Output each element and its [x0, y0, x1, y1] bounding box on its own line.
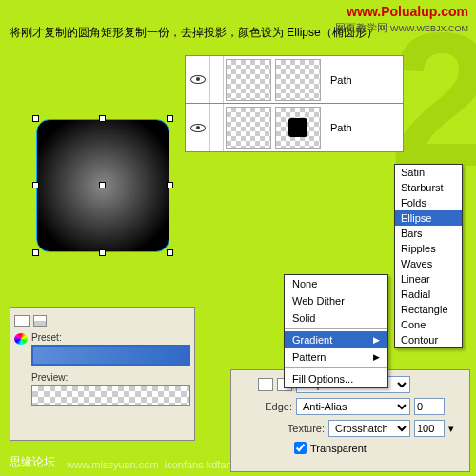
fill-context-menu: None Web Dither Solid Gradient▶ Pattern▶…	[284, 274, 388, 388]
resize-handle[interactable]	[167, 115, 173, 122]
gradient-type-menu: Satin Starburst Folds Ellipse Bars Rippl…	[394, 164, 463, 348]
edge-amount[interactable]	[414, 398, 445, 415]
color-wheel-icon[interactable]	[14, 333, 28, 345]
preview-strip	[31, 385, 190, 406]
layers-panel: Path Path	[185, 55, 404, 152]
watermark-url: www.Polualup.com	[347, 4, 468, 19]
layers-icon[interactable]	[33, 315, 47, 327]
layer-row[interactable]: Path	[186, 104, 403, 151]
menu-item-ellipse[interactable]: Ellipse	[395, 210, 462, 226]
menu-item-radial[interactable]: Radial	[395, 287, 462, 302]
lock-col[interactable]	[210, 56, 224, 103]
menu-item-linear[interactable]: Linear	[395, 271, 462, 287]
menu-item-ripples[interactable]: Ripples	[395, 241, 462, 256]
menu-separator	[285, 367, 387, 368]
menu-item-folds[interactable]: Folds	[395, 195, 462, 210]
layer-thumbnail[interactable]	[226, 59, 271, 101]
menu-item-rectangle[interactable]: Rectangle	[395, 302, 462, 317]
menu-item-bars[interactable]: Bars	[395, 226, 462, 241]
preset-label: Preset:	[31, 332, 62, 343]
instruction-text: 将刚才复制的圆角矩形复制一份，去掉投影，颜色设为 Ellipse（椭圆形）	[10, 25, 378, 41]
resize-handle[interactable]	[32, 182, 39, 188]
edge-select[interactable]: Anti-Alias	[296, 398, 410, 415]
layer-thumbnail[interactable]	[226, 107, 271, 149]
layer-name[interactable]: Path	[330, 122, 352, 133]
menu-item-cone[interactable]: Cone	[395, 317, 462, 332]
layer-name[interactable]: Path	[330, 74, 352, 86]
shape-preview	[288, 118, 307, 137]
footer-url: www.missyuan.com iconfans kdfans	[67, 459, 237, 470]
resize-handle[interactable]	[167, 182, 173, 188]
menu-separator	[285, 328, 387, 329]
menu-item-waves[interactable]: Waves	[395, 256, 462, 271]
eye-icon	[190, 124, 206, 132]
edge-label: Edge:	[245, 401, 292, 412]
preview-label: Preview:	[31, 372, 68, 383]
layer-mask[interactable]	[275, 59, 321, 101]
footer-forum: 思缘论坛	[10, 454, 55, 470]
menu-item-starburst[interactable]: Starburst	[395, 180, 462, 195]
watermark-sub: 网页教学网 WWW.WEBJX.COM	[335, 21, 468, 35]
texture-select[interactable]: Crosshatch	[328, 420, 410, 437]
submenu-arrow-icon: ▶	[373, 352, 380, 362]
layer-row[interactable]: Path	[186, 56, 403, 104]
menu-item-none[interactable]: None	[285, 275, 387, 292]
preset-strip[interactable]	[31, 345, 190, 366]
submenu-arrow-icon: ▶	[373, 335, 380, 345]
menu-item-contour[interactable]: Contour	[395, 332, 462, 347]
swatch-icon[interactable]	[14, 315, 30, 327]
preset-panel: Preset: Preview:	[10, 307, 195, 441]
resize-handle[interactable]	[32, 115, 39, 122]
menu-item-satin[interactable]: Satin	[395, 165, 462, 180]
transparent-label: Transparent	[310, 443, 367, 454]
menu-item-gradient[interactable]: Gradient▶	[285, 331, 387, 348]
center-handle[interactable]	[99, 182, 106, 188]
texture-label: Texture:	[277, 423, 325, 434]
lock-col[interactable]	[210, 104, 224, 151]
transparent-checkbox[interactable]	[294, 442, 307, 454]
layer-mask[interactable]	[275, 107, 321, 149]
resize-handle[interactable]	[99, 115, 106, 122]
visibility-toggle[interactable]	[186, 56, 210, 103]
canvas-shape[interactable]	[36, 119, 169, 252]
fill-bucket-icon[interactable]	[258, 378, 273, 391]
resize-handle[interactable]	[32, 249, 39, 256]
resize-handle[interactable]	[99, 249, 106, 256]
menu-item-pattern[interactable]: Pattern▶	[285, 348, 387, 366]
eye-icon	[190, 75, 206, 84]
texture-percent[interactable]	[414, 420, 445, 437]
visibility-toggle[interactable]	[186, 104, 210, 151]
menu-item-solid[interactable]: Solid	[285, 309, 387, 327]
resize-handle[interactable]	[167, 249, 173, 256]
menu-item-filloptions[interactable]: Fill Options...	[285, 370, 387, 387]
menu-item-webdither[interactable]: Web Dither	[285, 292, 387, 309]
